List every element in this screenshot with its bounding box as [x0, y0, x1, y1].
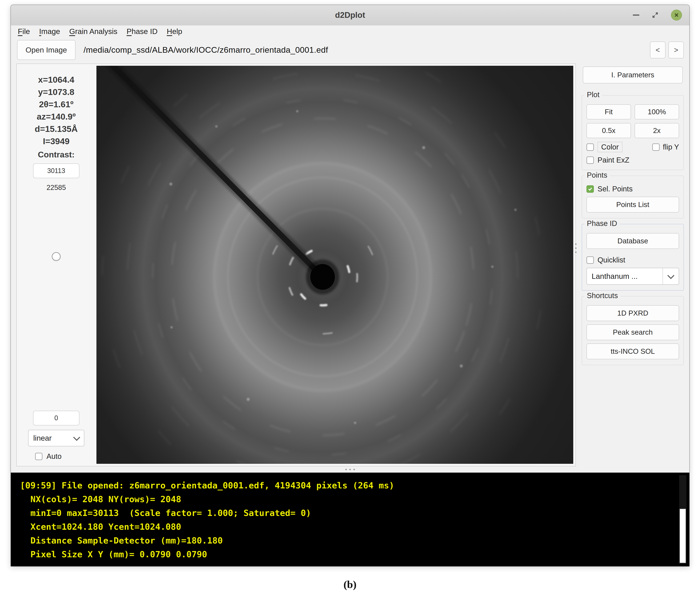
readout-azimuth: az=140.9º — [37, 110, 76, 123]
i-parameters-button[interactable]: I. Parameters — [583, 67, 683, 83]
diffraction-pattern-svg — [96, 66, 573, 464]
main-area: x=1064.4 y=1073.8 2θ=1.61º az=140.9º d=1… — [16, 64, 684, 466]
console-line: [09:59] File opened: z6marro_orientada_0… — [20, 478, 669, 492]
zoom-double-button[interactable]: 2x — [634, 123, 679, 138]
horizontal-splitter-handle[interactable] — [11, 466, 689, 473]
auto-checkbox[interactable] — [35, 453, 43, 460]
console-scrollbar — [679, 475, 686, 564]
zoom-half-button[interactable]: 0.5x — [586, 123, 631, 138]
control-panel: I. Parameters Plot Fit 100% 0.5x 2x Colo… — [581, 64, 684, 466]
contrast-current-value: 22585 — [47, 184, 66, 192]
auto-contrast-row: Auto — [35, 452, 61, 460]
tts-inco-sol-button[interactable]: tts-INCO SOL — [586, 344, 679, 359]
plot-zoom-row-2: 0.5x 2x — [586, 123, 679, 138]
phase-id-group: Phase ID Database Quicklist Lanthanum ..… — [582, 224, 684, 291]
splitter-dots-icon — [349, 469, 351, 470]
vertical-splitter-handle[interactable] — [575, 241, 577, 255]
phase-dropdown-button[interactable] — [662, 268, 679, 284]
flip-y-wrap: flip Y — [652, 143, 679, 151]
phase-dropdown[interactable]: Lanthanum ... — [586, 268, 679, 285]
canvas-panel: x=1064.4 y=1073.8 2θ=1.61º az=140.9º d=1… — [16, 64, 576, 466]
app-window: d2Dplot File Image Grain Analysis Phase … — [10, 5, 690, 567]
shortcuts-group: Shortcuts 1D PXRD Peak search tts-INCO S… — [582, 296, 684, 365]
points-group: Points Sel. Points Points List — [582, 176, 684, 218]
figure-caption: (b) — [0, 578, 700, 591]
plot-group-legend: Plot — [584, 91, 602, 99]
menu-phase-id[interactable]: Phase ID — [127, 27, 157, 36]
restore-icon[interactable] — [651, 11, 659, 19]
paint-exz-label: Paint ExZ — [598, 156, 629, 164]
phase-id-group-legend: Phase ID — [584, 219, 620, 228]
plot-zoom-row-1: Fit 100% — [586, 104, 679, 119]
chevron-down-icon — [73, 434, 80, 441]
menu-bar: File Image Grain Analysis Phase ID Help — [11, 25, 689, 37]
diffraction-image[interactable] — [96, 66, 573, 464]
toolbar: Open Image /media/comp_ssd/ALBA/work/IOC… — [11, 37, 689, 62]
readout-intensity: I=3949 — [43, 135, 70, 147]
console-line: Distance Sample-Detector (mm)=180.180 — [20, 533, 669, 547]
chevron-down-icon — [667, 272, 674, 279]
log-console: [09:59] File opened: z6marro_orientada_0… — [11, 473, 689, 566]
menu-help[interactable]: Help — [167, 27, 182, 36]
phase-dropdown-value: Lanthanum ... — [587, 268, 662, 284]
menu-grain-analysis[interactable]: Grain Analysis — [69, 27, 117, 36]
file-nav-group: < > — [650, 42, 684, 58]
console-line: minI=0 maxI=30113 (Scale factor= 1.000; … — [20, 506, 669, 520]
file-path-label: /media/comp_ssd/ALBA/work/IOCC/z6marro_o… — [83, 45, 328, 55]
title-bar: d2Dplot — [11, 5, 689, 25]
fit-button[interactable]: Fit — [586, 104, 631, 119]
points-group-legend: Points — [584, 171, 610, 179]
auto-label: Auto — [47, 452, 61, 460]
1d-pxrd-button[interactable]: 1D PXRD — [586, 305, 679, 321]
readout-panel: x=1064.4 y=1073.8 2θ=1.61º az=140.9º d=1… — [17, 64, 96, 466]
plot-group: Plot Fit 100% 0.5x 2x Color flip Y — [582, 95, 684, 170]
minimize-icon[interactable] — [633, 15, 640, 16]
console-line: Pixel Size X Y (mm)= 0.0790 0.0790 — [20, 547, 669, 561]
sel-points-row: Sel. Points — [586, 185, 679, 193]
close-icon[interactable] — [671, 9, 682, 21]
console-line: NX(cols)= 2048 NY(rows)= 2048 — [20, 492, 669, 506]
window-title: d2Dplot — [335, 10, 365, 20]
scale-select[interactable]: linear — [28, 430, 84, 446]
flip-y-label: flip Y — [663, 143, 679, 151]
flip-y-checkbox[interactable] — [652, 144, 659, 151]
readout-y: y=1073.8 — [38, 86, 74, 98]
shortcuts-group-legend: Shortcuts — [584, 292, 621, 300]
paint-exz-checkbox[interactable] — [586, 156, 594, 164]
contrast-max-field[interactable]: 30113 — [33, 164, 79, 178]
paint-exz-row: Paint ExZ — [586, 156, 679, 164]
contrast-label: Contrast: — [38, 150, 75, 159]
color-label: Color — [598, 142, 623, 152]
quicklist-checkbox[interactable] — [586, 256, 594, 264]
points-list-button[interactable]: Points List — [586, 197, 679, 212]
check-icon — [588, 186, 593, 192]
next-file-button[interactable]: > — [668, 42, 684, 58]
quicklist-row: Quicklist — [586, 256, 679, 264]
contrast-min-field[interactable]: 0 — [33, 411, 79, 425]
readout-d-spacing: d=15.135Å — [35, 123, 78, 135]
peak-search-button[interactable]: Peak search — [586, 324, 679, 340]
quicklist-label: Quicklist — [598, 256, 625, 264]
menu-image[interactable]: Image — [39, 27, 60, 36]
scale-select-value: linear — [33, 434, 74, 443]
shortcuts-column: 1D PXRD Peak search tts-INCO SOL — [586, 305, 679, 359]
console-scrollbar-thumb[interactable] — [680, 509, 686, 563]
readout-x: x=1064.4 — [38, 73, 74, 86]
menu-file[interactable]: File — [18, 27, 30, 36]
sel-points-label: Sel. Points — [598, 185, 632, 193]
window-controls — [633, 5, 682, 25]
color-flipy-row: Color flip Y — [586, 142, 679, 152]
console-line: Xcent=1024.180 Ycent=1024.080 — [20, 520, 669, 533]
sel-points-checkbox[interactable] — [586, 185, 594, 193]
database-button[interactable]: Database — [586, 233, 679, 249]
contrast-slider-handle[interactable] — [52, 252, 60, 261]
open-image-button[interactable]: Open Image — [17, 40, 75, 60]
previous-file-button[interactable]: < — [650, 42, 666, 58]
zoom-100-button[interactable]: 100% — [634, 104, 679, 119]
color-checkbox[interactable] — [586, 144, 594, 151]
readout-two-theta: 2θ=1.61º — [39, 98, 73, 110]
